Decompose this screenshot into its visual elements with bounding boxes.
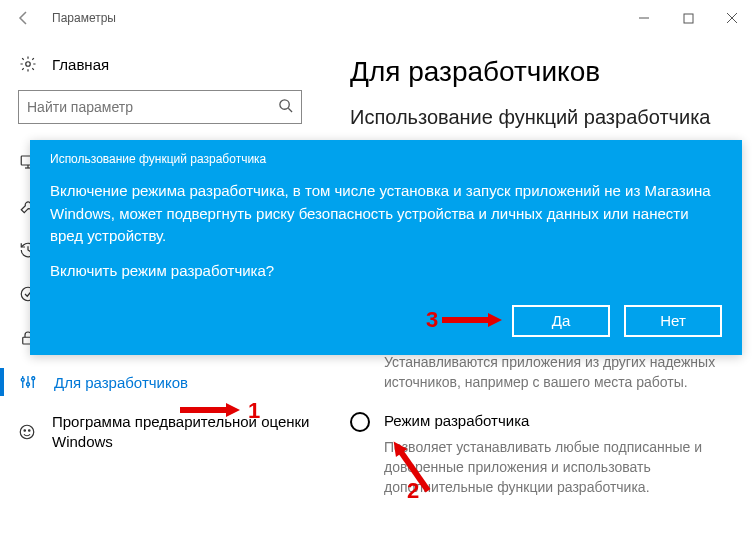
minimize-button[interactable] (622, 0, 666, 36)
sidebar-item-label: Программа предварительной оценки Windows (52, 412, 310, 451)
maximize-button[interactable] (666, 0, 710, 36)
page-heading: Для разработчиков (350, 56, 736, 88)
search-icon (278, 98, 293, 116)
insider-icon (18, 423, 36, 441)
annotation-number-3: 3 (426, 307, 438, 333)
sideload-description: Устанавливаются приложения из других над… (350, 353, 736, 392)
titlebar: Параметры (0, 0, 756, 36)
svg-point-11 (21, 378, 24, 381)
gear-icon (18, 54, 38, 74)
dev-mode-description: Позволяет устанавливать любые подписанны… (384, 437, 736, 498)
annotation-arrow-3 (442, 313, 502, 327)
dialog-body: Включение режима разработчика, в том чис… (50, 180, 722, 248)
svg-point-13 (27, 383, 30, 386)
dialog-no-button[interactable]: Нет (624, 305, 722, 337)
dialog-title: Использование функций разработчика (50, 152, 722, 166)
search-box[interactable] (18, 90, 302, 124)
radio-icon[interactable] (350, 412, 370, 432)
svg-point-16 (20, 425, 34, 439)
svg-point-3 (280, 100, 289, 109)
svg-line-4 (288, 108, 292, 112)
confirm-dialog: Использование функций разработчика Включ… (30, 140, 742, 355)
dialog-yes-button[interactable]: Да (512, 305, 610, 337)
svg-point-15 (32, 377, 35, 380)
sidebar-item-insider[interactable]: Программа предварительной оценки Windows (0, 404, 320, 459)
sidebar-home-label: Главная (52, 56, 109, 73)
window-title: Параметры (52, 11, 622, 25)
search-input[interactable] (27, 99, 278, 115)
sidebar-item-label: Для разработчиков (54, 374, 188, 391)
svg-point-18 (29, 429, 31, 431)
annotation-number-2: 2 (407, 478, 419, 504)
dev-mode-title: Режим разработчика (384, 412, 529, 429)
sidebar-item-developers[interactable]: Для разработчиков (0, 360, 320, 404)
svg-rect-1 (684, 14, 693, 23)
sidebar-home[interactable]: Главная (0, 48, 320, 90)
svg-point-17 (24, 429, 26, 431)
page-subheading: Использование функций разработчика (350, 106, 736, 129)
back-button[interactable] (2, 0, 46, 36)
sliders-icon (18, 373, 38, 391)
annotation-arrow-1 (180, 403, 240, 417)
dialog-question: Включить режим разработчика? (50, 262, 722, 279)
svg-point-2 (26, 62, 31, 67)
close-button[interactable] (710, 0, 754, 36)
annotation-number-1: 1 (248, 398, 260, 424)
